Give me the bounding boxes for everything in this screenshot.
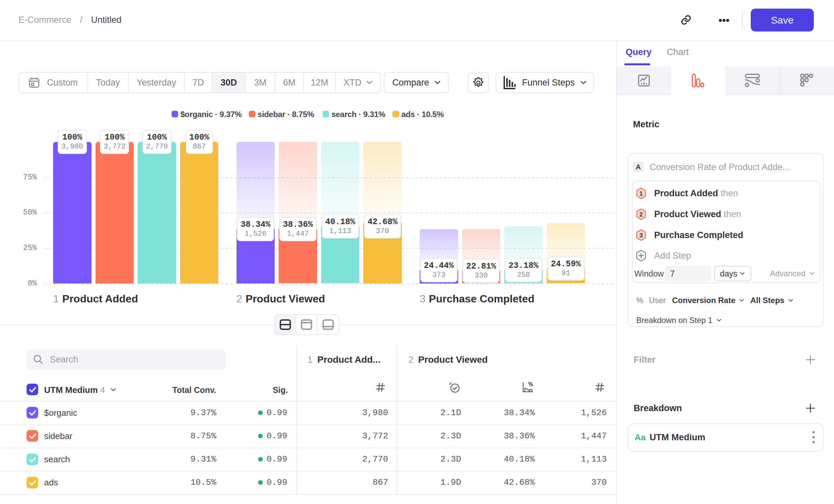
svg-text:2: 2 (639, 211, 643, 218)
svg-text:1: 1 (639, 190, 643, 197)
svg-text:3: 3 (639, 232, 643, 239)
